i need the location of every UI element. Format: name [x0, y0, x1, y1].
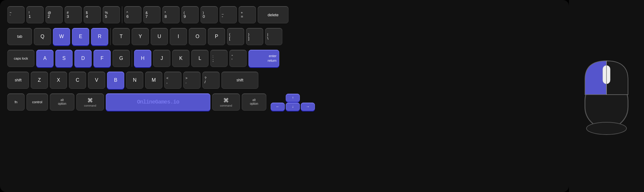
key-arrow-down[interactable]: ↓ — [286, 103, 300, 111]
key-s[interactable]: S — [55, 50, 73, 67]
key-c[interactable]: C — [69, 72, 86, 89]
key-l[interactable]: L — [191, 50, 209, 67]
key-6[interactable]: ^ 6 — [124, 6, 141, 23]
key-1[interactable]: ! 1 — [26, 6, 44, 23]
key-period[interactable]: > . — [183, 72, 201, 89]
key-tab[interactable]: tab — [7, 28, 32, 45]
keyboard: ~ ` ! 1 @ 2 # 3 $ 4 % 5 — [0, 0, 569, 192]
key-backslash[interactable]: | \ — [265, 28, 282, 45]
key-minus[interactable]: _ - — [220, 6, 237, 23]
asdf-row: caps lock A S D F G H J — [7, 50, 562, 67]
key-7[interactable]: & 7 — [143, 6, 161, 23]
key-u[interactable]: U — [151, 28, 168, 45]
key-9[interactable]: ( 9 — [181, 6, 199, 23]
key-semicolon[interactable]: : ; — [210, 50, 228, 67]
key-comma[interactable]: < , — [164, 72, 181, 89]
qwerty-row: tab Q W E R T Y U — [7, 28, 562, 45]
key-a[interactable]: A — [36, 50, 54, 67]
key-r[interactable]: R — [91, 28, 108, 45]
separator — [132, 50, 132, 67]
key-command-right[interactable]: ⌘ command — [212, 93, 240, 111]
key-shift-right[interactable]: shift — [221, 72, 258, 89]
key-bracket-open[interactable]: { [ — [227, 28, 244, 45]
key-k[interactable]: K — [172, 50, 189, 67]
key-p[interactable]: P — [208, 28, 225, 45]
separator — [122, 6, 122, 23]
zxcv-row: shift Z X C V B N M < — [7, 72, 562, 89]
key-fn[interactable]: fn — [7, 93, 25, 111]
key-g[interactable]: G — [113, 50, 130, 67]
key-spacebar[interactable]: OnlineGames.io — [106, 93, 210, 111]
key-w[interactable]: W — [53, 28, 70, 45]
key-capslock[interactable]: caps lock — [7, 50, 34, 67]
arrow-keys: ↑ ← ↓ → — [271, 94, 315, 111]
key-0[interactable]: ) 0 — [201, 6, 218, 23]
number-row: ~ ` ! 1 @ 2 # 3 $ 4 % 5 — [7, 6, 562, 23]
key-delete[interactable]: delete — [258, 6, 288, 23]
key-f[interactable]: F — [93, 50, 111, 67]
key-i[interactable]: I — [170, 28, 187, 45]
key-z[interactable]: Z — [31, 72, 48, 89]
key-command-left[interactable]: ⌘ command — [76, 93, 104, 111]
key-d[interactable]: D — [74, 50, 92, 67]
key-alt-option-left[interactable]: alt option — [50, 93, 74, 111]
key-5[interactable]: % 5 — [103, 6, 120, 23]
key-arrow-left[interactable]: ← — [271, 103, 285, 111]
bottom-row: fn control alt option ⌘ command OnlineGa… — [7, 93, 562, 111]
key-q[interactable]: Q — [34, 28, 51, 45]
keyboard-layout: ~ ` ! 1 @ 2 # 3 $ 4 % 5 — [0, 0, 644, 192]
svg-point-3 — [586, 122, 626, 135]
key-alt-option-right[interactable]: alt option — [242, 93, 266, 111]
key-v[interactable]: V — [88, 72, 105, 89]
key-x[interactable]: X — [50, 72, 67, 89]
key-2[interactable]: @ 2 — [46, 6, 63, 23]
key-h[interactable]: H — [134, 50, 151, 67]
mouse-section — [569, 0, 644, 192]
key-control[interactable]: control — [26, 93, 48, 111]
key-shift-left[interactable]: shift — [7, 72, 29, 89]
key-j[interactable]: J — [153, 50, 170, 67]
key-8[interactable]: * 8 — [162, 6, 180, 23]
key-n[interactable]: N — [126, 72, 143, 89]
key-quote[interactable]: " ' — [229, 50, 247, 67]
key-enter[interactable]: enter return — [248, 50, 279, 67]
key-arrow-right[interactable]: → — [301, 103, 315, 111]
key-b[interactable]: B — [107, 72, 124, 89]
key-o[interactable]: O — [189, 28, 206, 45]
key-bracket-close[interactable]: } ] — [246, 28, 263, 45]
key-3[interactable]: # 3 — [65, 6, 82, 23]
key-slash[interactable]: ? / — [202, 72, 220, 89]
key-4[interactable]: $ 4 — [84, 6, 101, 23]
separator — [110, 28, 111, 45]
key-arrow-up[interactable]: ↑ — [286, 94, 300, 102]
key-t[interactable]: T — [113, 28, 130, 45]
key-tilde-backtick[interactable]: ~ ` — [7, 6, 25, 23]
key-e[interactable]: E — [72, 28, 89, 45]
key-equals[interactable]: + = — [239, 6, 256, 23]
mouse-illustration — [579, 55, 634, 138]
key-m[interactable]: M — [145, 72, 162, 89]
key-y[interactable]: Y — [132, 28, 149, 45]
